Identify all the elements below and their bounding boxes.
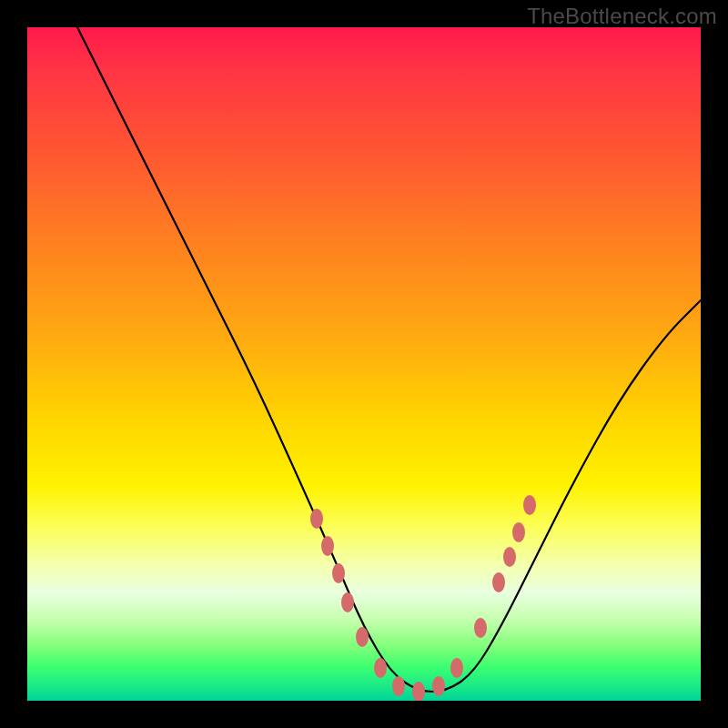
chart-border (0, 0, 728, 728)
watermark-text: TheBottleneck.com (527, 4, 717, 29)
